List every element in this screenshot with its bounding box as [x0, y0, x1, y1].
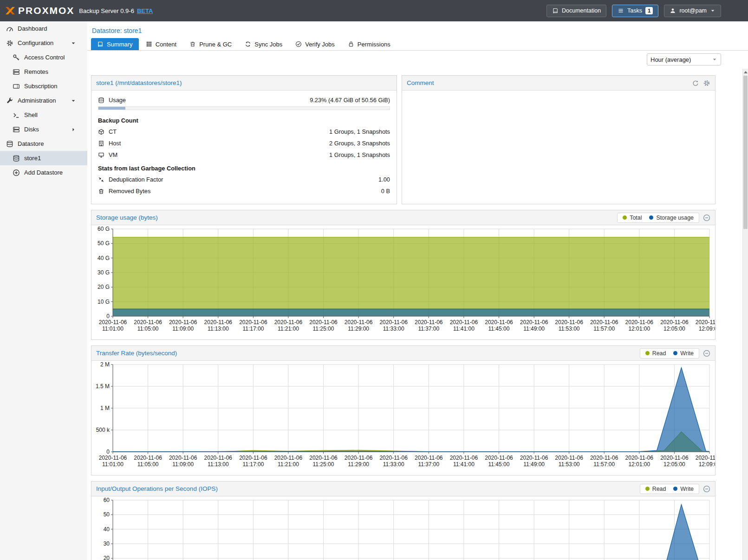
topbar-actions: Documentation Tasks 1 root@pam	[546, 5, 721, 17]
transfer-rate-chart: 0500 k1 M1.5 M2 M2020-11-0611:01:002020-…	[91, 361, 715, 475]
tab-label: Verify Jobs	[305, 41, 335, 48]
legend-item[interactable]: Write	[673, 486, 694, 492]
svg-text:2020-11-06: 2020-11-06	[660, 319, 689, 326]
timeframe-value: Hour (average)	[650, 56, 691, 63]
collapse-icon[interactable]	[703, 214, 710, 221]
svg-text:60 G: 60 G	[98, 226, 110, 232]
sidebar-item-label: Administration	[18, 97, 56, 104]
beta-link[interactable]: BETA	[137, 7, 153, 14]
legend-label: Storage usage	[656, 215, 694, 221]
svg-text:2020-11-06: 2020-11-06	[520, 455, 548, 461]
tab-verify-jobs[interactable]: Verify Jobs	[289, 38, 341, 50]
svg-text:2020-11-06: 2020-11-06	[555, 319, 583, 326]
tab-label: Content	[156, 41, 177, 48]
sidebar-item-add-datastore[interactable]: Add Datastore	[0, 165, 87, 180]
chart-legend: ReadWrite	[640, 348, 699, 358]
sidebar-item-administration[interactable]: Administration	[0, 93, 87, 108]
sidebar-item-subscription[interactable]: Subscription	[0, 79, 87, 93]
tab-label: Prune & GC	[199, 41, 232, 48]
svg-text:11:45:00: 11:45:00	[488, 461, 510, 468]
proxmox-logo-icon	[5, 5, 16, 16]
plus-circle-icon	[13, 169, 20, 176]
legend-item[interactable]: Storage usage	[649, 215, 694, 221]
documentation-button[interactable]: Documentation	[546, 5, 606, 17]
sidebar-item-label: Access Control	[24, 54, 65, 61]
svg-text:11:33:00: 11:33:00	[383, 461, 404, 468]
ct-value: 1 Groups, 1 Snapshots	[329, 128, 390, 135]
legend-label: Total	[630, 215, 642, 221]
legend-item[interactable]: Total	[623, 215, 642, 221]
sidebar-item-dashboard[interactable]: Dashboard	[0, 21, 87, 36]
collapse-icon[interactable]	[703, 350, 710, 357]
sidebar-item-access-control[interactable]: Access Control	[0, 50, 87, 65]
refresh-icon[interactable]	[692, 79, 699, 87]
svg-text:11:29:00: 11:29:00	[348, 326, 369, 332]
legend-dot	[645, 487, 650, 491]
svg-text:11:29:00: 11:29:00	[348, 461, 369, 468]
vertical-scrollbar[interactable]	[742, 69, 748, 560]
scroll-up-button[interactable]	[743, 69, 748, 75]
ct-count-row: CT 1 Groups, 1 Snapshots	[98, 126, 390, 137]
svg-text:11:25:00: 11:25:00	[313, 461, 334, 468]
usage-progress-fill	[98, 107, 125, 110]
gear-icon[interactable]	[703, 79, 710, 87]
timeframe-select[interactable]: Hour (average)	[647, 53, 721, 65]
sidebar-item-label: Subscription	[24, 83, 58, 90]
chevron-down-icon[interactable]	[71, 98, 76, 104]
usage-value: 9.23% (4.67 GiB of 50.56 GiB)	[310, 97, 390, 104]
dedup-factor-row: Deduplication Factor 1.00	[98, 174, 390, 185]
tab-permissions[interactable]: Permissions	[342, 38, 397, 50]
svg-text:11:49:00: 11:49:00	[523, 461, 545, 468]
ct-label: CT	[109, 128, 117, 135]
svg-text:2020-11-06: 2020-11-06	[625, 319, 654, 326]
task-list-icon	[618, 7, 624, 14]
svg-text:12:05:00: 12:05:00	[663, 461, 685, 468]
svg-text:2020-11-06: 2020-11-06	[450, 455, 478, 461]
svg-text:2020-11-06: 2020-11-06	[590, 319, 618, 326]
sidebar-item-disks[interactable]: Disks	[0, 122, 87, 137]
tasks-button[interactable]: Tasks 1	[612, 5, 658, 17]
scrollbar-thumb[interactable]	[743, 76, 748, 229]
svg-text:11:37:00: 11:37:00	[418, 326, 439, 332]
gc-stats-heading: Stats from last Garbage Collection	[98, 161, 390, 174]
panel-header: Comment	[402, 76, 715, 91]
sidebar-item-configuration[interactable]: Configuration	[0, 36, 87, 50]
comment-text[interactable]	[402, 91, 715, 204]
tab-content[interactable]: Content	[140, 38, 183, 50]
tab-summary[interactable]: Summary	[91, 38, 139, 50]
key-icon	[13, 54, 20, 61]
svg-text:2020-11-06: 2020-11-06	[450, 319, 478, 326]
trash-icon	[189, 41, 196, 47]
svg-text:2020-11-06: 2020-11-06	[660, 455, 689, 461]
server-icon	[13, 68, 20, 76]
user-menu-button[interactable]: root@pam	[664, 5, 721, 17]
legend-label: Write	[680, 350, 694, 357]
tab-bar: Summary Content Prune & GC Sync Jobs Ver…	[87, 38, 748, 51]
tab-sync-jobs[interactable]: Sync Jobs	[239, 38, 288, 50]
svg-text:50: 50	[104, 511, 110, 518]
svg-text:11:09:00: 11:09:00	[172, 326, 194, 332]
svg-text:2020-11-06: 2020-11-06	[239, 455, 267, 461]
svg-text:2020-11-06: 2020-11-06	[555, 455, 583, 461]
legend-item[interactable]: Read	[645, 486, 666, 492]
svg-text:11:53:00: 11:53:00	[559, 326, 580, 332]
legend-label: Read	[652, 350, 666, 357]
tab-prune-gc[interactable]: Prune & GC	[183, 38, 238, 50]
sidebar-item-store1[interactable]: store1	[0, 151, 87, 165]
legend-item[interactable]: Read	[645, 350, 666, 357]
svg-text:2020-11-06: 2020-11-06	[134, 455, 162, 461]
chevron-right-icon[interactable]	[71, 127, 76, 132]
collapse-icon[interactable]	[703, 485, 710, 493]
svg-text:0: 0	[106, 449, 110, 455]
book-icon	[97, 41, 104, 47]
sidebar-item-datastore[interactable]: Datastore	[0, 137, 87, 151]
panel-header: Transfer Rate (bytes/second) ReadWrite	[91, 346, 715, 361]
vm-value: 1 Groups, 1 Snapshots	[329, 151, 390, 158]
panel-title: store1 (/mnt/datastores/store1)	[96, 79, 182, 86]
legend-item[interactable]: Write	[673, 350, 694, 357]
svg-text:2020-11-06: 2020-11-06	[309, 455, 338, 461]
chevron-down-icon[interactable]	[71, 40, 76, 46]
svg-text:11:45:00: 11:45:00	[488, 326, 510, 332]
sidebar-item-shell[interactable]: Shell	[0, 108, 87, 122]
sidebar-item-remotes[interactable]: Remotes	[0, 65, 87, 79]
